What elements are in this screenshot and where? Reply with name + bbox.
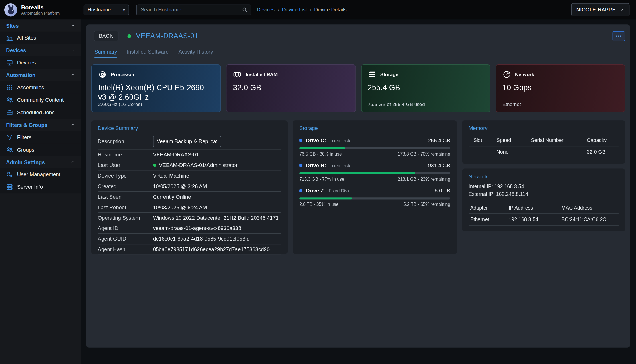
sidebar-item-label: All Sites xyxy=(17,35,36,41)
summary-row-last-reboot: Last Reboot10/03/2025 @ 6:24 AM xyxy=(98,202,281,213)
summary-row-value: veeam-draas-01-agent-svc-8930a338 xyxy=(153,225,281,231)
sidebar-item-community-content[interactable]: Community Content xyxy=(0,93,81,106)
filter-icon xyxy=(6,134,13,141)
summary-value-text: 05ba0e7935171d626ecea29b27d7ae175363cd90 xyxy=(153,246,270,252)
borealis-logo-icon xyxy=(4,3,17,17)
sidebar-item-label: Scheduled Jobs xyxy=(17,109,55,115)
buildings-icon xyxy=(6,34,13,41)
sidebar-item-devices[interactable]: Devices xyxy=(0,56,81,69)
breadcrumb-current: Device Details xyxy=(314,7,347,13)
sidebar-item-label: User Management xyxy=(17,171,60,177)
sidebar-item-user-management[interactable]: User Management xyxy=(0,168,81,181)
back-button[interactable]: BACK xyxy=(94,31,118,41)
sidebar-item-label: Groups xyxy=(17,147,35,153)
internal-ip: Internal IP: 192.168.3.54 xyxy=(469,183,619,191)
summary-row-label: Agent Hash xyxy=(98,246,153,252)
stat-card-network: Network 10 Gbps Ethernet xyxy=(496,64,625,112)
tab-summary[interactable]: Summary xyxy=(94,49,117,58)
right-column: Memory SlotSpeedSerial NumberCapacityNon… xyxy=(462,120,625,231)
brand: Borealis Automation Platform xyxy=(0,3,81,17)
sidebar-item-filters[interactable]: Filters xyxy=(0,131,81,143)
drive-usage-bar xyxy=(299,197,450,199)
summary-row-label: Operating System xyxy=(98,215,153,221)
drive-used-text: 713.3 GB - 77% in use xyxy=(299,177,344,182)
panel-title: Memory xyxy=(469,125,619,131)
monitor-icon xyxy=(6,59,13,66)
drive-bullet-icon xyxy=(299,139,302,142)
sidebar-section-label: Admin Settings xyxy=(6,159,45,165)
hostname-filter-value: Hostname xyxy=(88,7,111,13)
drive-type: Fixed Disk xyxy=(329,163,350,168)
stat-card-value: 32.0 GB xyxy=(233,83,349,93)
tab-activity-history[interactable]: Activity History xyxy=(178,49,213,58)
drive-stats: 76.5 GB - 30% in use178.8 GB - 70% remai… xyxy=(299,152,450,156)
summary-row-label: Last Reboot xyxy=(98,204,153,210)
table-row: Ethernet192.168.3.54BC:24:11:CA:C6:2C xyxy=(469,214,619,225)
drive-usage-fill xyxy=(299,197,352,199)
online-status-dot xyxy=(127,34,131,38)
drive-stats: 2.8 TB - 35% in use5.2 TB - 65% remainin… xyxy=(299,202,450,207)
table-cell: 32.0 GB xyxy=(587,149,619,155)
summary-value-text: 10/03/2025 @ 6:24 AM xyxy=(153,204,207,210)
stat-cards: Processor Intel(R) Xeon(R) CPU E5-2690 v… xyxy=(91,64,625,112)
sidebar-section-label: Automation xyxy=(6,72,35,78)
people-icon xyxy=(6,96,13,103)
sidebar-item-label: Community Content xyxy=(17,97,64,103)
people-icon xyxy=(6,146,13,153)
summary-row-label: Last User xyxy=(98,162,153,168)
tab-installed-software[interactable]: Installed Software xyxy=(127,49,169,58)
drive-type: Fixed Disk xyxy=(329,138,350,143)
chevron-up-icon xyxy=(70,23,75,28)
breadcrumb-link-device-list[interactable]: Device List xyxy=(282,7,307,13)
table-header-row: AdapterIP AddressMAC Address xyxy=(469,202,619,214)
external-ip: External IP: 162.248.8.114 xyxy=(469,191,619,199)
more-options-button[interactable]: ••• xyxy=(613,31,625,41)
user-menu-button[interactable]: NICOLE RAPPE xyxy=(571,3,629,16)
sidebar-item-all-sites[interactable]: All Sites xyxy=(0,32,81,44)
sidebar-item-assemblies[interactable]: Assemblies xyxy=(0,81,81,93)
user-gear-icon xyxy=(6,171,13,178)
drive-stats: 713.3 GB - 77% in use218.1 GB - 23% rema… xyxy=(299,177,450,182)
sidebar-section-devices[interactable]: Devices xyxy=(0,44,81,56)
stat-card-storage: Storage 255.4 GB 76.5 GB of 255.4 GB use… xyxy=(361,64,490,112)
network-table: AdapterIP AddressMAC AddressEthernet192.… xyxy=(469,202,619,225)
app-root: Borealis Automation Platform Hostname ▾ … xyxy=(0,0,636,364)
sidebar-item-server-info[interactable]: Server Info xyxy=(0,181,81,193)
summary-row-value xyxy=(153,136,281,147)
storage-panel: Storage Drive C:Fixed Disk255.4 GB76.5 G… xyxy=(293,120,457,254)
summary-row-device-type: Device TypeVirtual Machine xyxy=(98,170,281,181)
memory-panel: Memory SlotSpeedSerial NumberCapacityNon… xyxy=(462,120,625,164)
sidebar-section-sites[interactable]: Sites xyxy=(0,19,81,32)
hostname-filter-select[interactable]: Hostname ▾ xyxy=(84,4,129,15)
summary-row-hostname: HostnameVEEAM-DRAAS-01 xyxy=(98,150,281,160)
drive-used-text: 2.8 TB - 35% in use xyxy=(299,202,338,207)
cpu-icon xyxy=(98,70,107,79)
summary-row-value: 10/03/2025 @ 6:24 AM xyxy=(153,204,281,210)
sidebar-section-automation[interactable]: Automation xyxy=(0,69,81,81)
sidebar-section-admin-settings[interactable]: Admin Settings xyxy=(0,156,81,168)
search-input[interactable] xyxy=(140,7,242,13)
memory-table: SlotSpeedSerial NumberCapacityNone32.0 G… xyxy=(469,135,619,158)
summary-value-text: Virtual Machine xyxy=(153,173,189,179)
sidebar-section-filters-groups[interactable]: Filters & Groups xyxy=(0,119,81,131)
main-content: BACK VEEAM-DRAAS-01 ••• Summary Installe… xyxy=(81,19,636,364)
screen: Borealis Automation Platform Hostname ▾ … xyxy=(0,0,636,364)
drive-size: 931.4 GB xyxy=(428,162,450,168)
drive-name: Drive Z: xyxy=(306,188,326,194)
drive-bullet-icon xyxy=(299,189,302,192)
sidebar-item-scheduled-jobs[interactable]: Scheduled Jobs xyxy=(0,106,81,119)
ip-block: Internal IP: 192.168.3.54 External IP: 1… xyxy=(469,183,619,198)
summary-row-agent-hash: Agent Hash05ba0e7935171d626ecea29b27d7ae… xyxy=(98,244,281,255)
topbar: Borealis Automation Platform Hostname ▾ … xyxy=(0,0,636,19)
summary-row-value: Virtual Machine xyxy=(153,173,281,179)
table-row: None32.0 GB xyxy=(469,146,619,158)
breadcrumb-link-devices[interactable]: Devices xyxy=(257,7,275,13)
drive-size: 8.0 TB xyxy=(435,188,450,194)
stat-card-installed-ram: Installed RAM 32.0 GB xyxy=(226,64,356,112)
chevron-down-icon xyxy=(619,7,624,12)
caret-down-icon: ▾ xyxy=(123,7,125,12)
description-input[interactable] xyxy=(153,136,221,147)
panel-title: Storage xyxy=(299,125,450,131)
sidebar-item-groups[interactable]: Groups xyxy=(0,143,81,156)
stat-card-label: Network xyxy=(515,72,534,77)
